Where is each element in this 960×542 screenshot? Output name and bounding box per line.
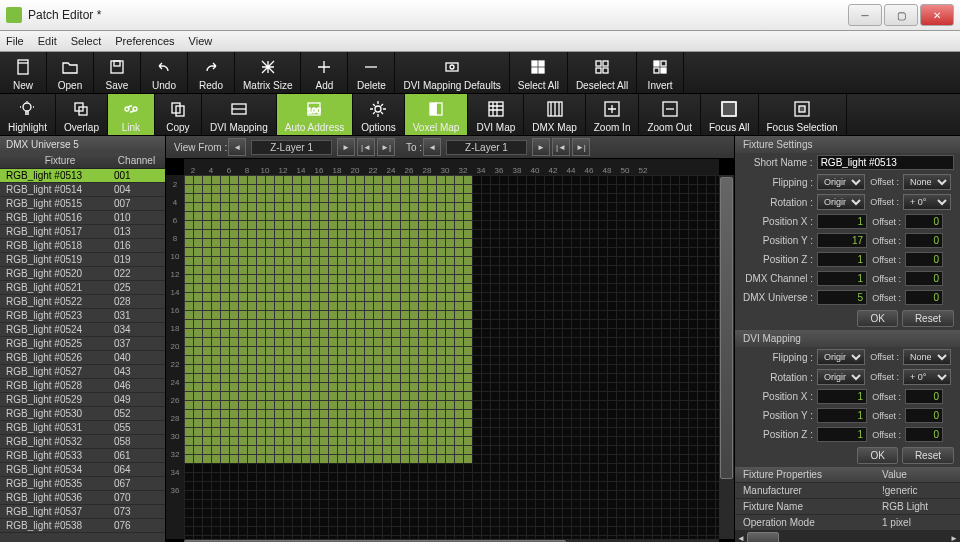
menu-preferences[interactable]: Preferences (115, 35, 174, 47)
fs-reset-button[interactable]: Reset (902, 310, 954, 327)
maximize-button[interactable]: ▢ (884, 4, 918, 26)
fs-posz-input[interactable] (817, 252, 867, 267)
toolbar-dmx-map[interactable]: DMX Map (524, 94, 585, 135)
fs-rotation-offset[interactable]: + 0° (903, 194, 951, 210)
fixture-row[interactable]: RGB_light #0532058 (0, 435, 165, 449)
toolbar-new[interactable]: New (0, 52, 47, 93)
fs-ok-button[interactable]: OK (857, 310, 897, 327)
fixture-row[interactable]: RGB_light #0533061 (0, 449, 165, 463)
fixture-row[interactable]: RGB_light #0524034 (0, 323, 165, 337)
dvi-reset-button[interactable]: Reset (902, 447, 954, 464)
fixture-row[interactable]: RGB_light #0534064 (0, 463, 165, 477)
fixture-row[interactable]: RGB_light #0518016 (0, 239, 165, 253)
toolbar-voxel-map[interactable]: Voxel Map (405, 94, 469, 135)
toolbar-highlight[interactable]: Highlight (0, 94, 56, 135)
dvi-posy-input[interactable] (817, 408, 867, 423)
fs-posy-offset[interactable] (905, 233, 943, 248)
dvi-posz-offset[interactable] (905, 427, 943, 442)
layer-to-first[interactable]: |◄ (552, 138, 570, 156)
menu-edit[interactable]: Edit (38, 35, 57, 47)
fixture-row[interactable]: RGB_light #0529049 (0, 393, 165, 407)
fixture-row[interactable]: RGB_light #0528046 (0, 379, 165, 393)
layer-to-prev[interactable]: ◄ (423, 138, 441, 156)
fixture-row[interactable]: RGB_light #0525037 (0, 337, 165, 351)
fixture-row[interactable]: RGB_light #0514004 (0, 183, 165, 197)
layer-from-first[interactable]: |◄ (357, 138, 375, 156)
toolbar-focus-selection[interactable]: Focus Selection (759, 94, 847, 135)
menu-file[interactable]: File (6, 35, 24, 47)
toolbar-invert[interactable]: Invert (637, 52, 684, 93)
menu-view[interactable]: View (189, 35, 213, 47)
fs-flipping-input[interactable]: Original (817, 174, 865, 190)
fixture-row[interactable]: RGB_light #0522028 (0, 295, 165, 309)
dvi-flipping-input[interactable]: Original (817, 349, 865, 365)
fixture-row[interactable]: RGB_light #0521025 (0, 281, 165, 295)
toolbar-save[interactable]: Save (94, 52, 141, 93)
toolbar-focus-all[interactable]: Focus All (701, 94, 759, 135)
toolbar-auto-address[interactable]: 100Auto Address (277, 94, 353, 135)
toolbar-select-all[interactable]: Select All (510, 52, 568, 93)
fixture-row[interactable]: RGB_light #0538076 (0, 519, 165, 533)
dvi-rotation-offset[interactable]: + 0° (903, 369, 951, 385)
toolbar-options[interactable]: Options (353, 94, 404, 135)
fixture-row[interactable]: RGB_light #0516010 (0, 211, 165, 225)
fs-posz-offset[interactable] (905, 252, 943, 267)
fs-flipping-offset[interactable]: None (903, 174, 951, 190)
dvi-posz-input[interactable] (817, 427, 867, 442)
close-button[interactable]: ✕ (920, 4, 954, 26)
toolbar-redo[interactable]: Redo (188, 52, 235, 93)
fixture-row[interactable]: RGB_light #0517013 (0, 225, 165, 239)
toolbar-dvi-mapping-defaults[interactable]: DVI Mapping Defaults (395, 52, 509, 93)
fs-dmxu-offset[interactable] (905, 290, 943, 305)
universe-header[interactable]: DMX Universe 5 (0, 136, 165, 153)
toolbar-open[interactable]: Open (47, 52, 94, 93)
toolbar-overlap[interactable]: Overlap (56, 94, 108, 135)
dvi-ok-button[interactable]: OK (857, 447, 897, 464)
toolbar-add[interactable]: Add (301, 52, 348, 93)
layer-to-next[interactable]: ► (532, 138, 550, 156)
fixture-row[interactable]: RGB_light #0537073 (0, 505, 165, 519)
fixture-row[interactable]: RGB_light #0523031 (0, 309, 165, 323)
fixture-block[interactable] (184, 175, 472, 463)
scrollbar-vertical[interactable] (719, 175, 734, 539)
fs-rotation-input[interactable]: Original (817, 194, 865, 210)
dvi-posy-offset[interactable] (905, 408, 943, 423)
fixture-row[interactable]: RGB_light #0527043 (0, 365, 165, 379)
fixture-row[interactable]: RGB_light #0520022 (0, 267, 165, 281)
fixture-row[interactable]: RGB_light #0526040 (0, 351, 165, 365)
toolbar-copy[interactable]: Copy (155, 94, 202, 135)
layer-from-next[interactable]: ► (337, 138, 355, 156)
dvi-posx-input[interactable] (817, 389, 867, 404)
toolbar-dvi-map[interactable]: DVI Map (468, 94, 524, 135)
fs-posx-offset[interactable] (905, 214, 943, 229)
toolbar-zoom-in[interactable]: Zoom In (586, 94, 640, 135)
grid[interactable] (184, 175, 719, 539)
toolbar-undo[interactable]: Undo (141, 52, 188, 93)
fixture-row[interactable]: RGB_light #0519019 (0, 253, 165, 267)
toolbar-dvi-mapping[interactable]: DVI Mapping (202, 94, 277, 135)
layer-from-prev[interactable]: ◄ (228, 138, 246, 156)
fs-posy-input[interactable] (817, 233, 867, 248)
toolbar-zoom-out[interactable]: Zoom Out (639, 94, 700, 135)
layer-to-select[interactable]: Z-Layer 1 (446, 140, 527, 155)
toolbar-delete[interactable]: Delete (348, 52, 395, 93)
dvi-posx-offset[interactable] (905, 389, 943, 404)
fs-dmxu-input[interactable] (817, 290, 867, 305)
fs-posx-input[interactable] (817, 214, 867, 229)
shortname-input[interactable] (817, 155, 954, 170)
fs-dmxch-input[interactable] (817, 271, 867, 286)
fixture-row[interactable]: RGB_light #0513001 (0, 169, 165, 183)
props-scrollbar[interactable]: ◄► (735, 531, 960, 542)
fixture-row[interactable]: RGB_light #0535067 (0, 477, 165, 491)
grid-viewport[interactable]: 2468101214161820222426283032343638404244… (166, 159, 734, 542)
fixture-row[interactable]: RGB_light #0530052 (0, 407, 165, 421)
layer-from-last[interactable]: ►| (377, 138, 395, 156)
toolbar-link[interactable]: Link (108, 94, 155, 135)
toolbar-deselect-all[interactable]: Deselect All (568, 52, 637, 93)
fixture-row[interactable]: RGB_light #0531055 (0, 421, 165, 435)
fs-dmxch-offset[interactable] (905, 271, 943, 286)
dvi-flipping-offset[interactable]: None (903, 349, 951, 365)
minimize-button[interactable]: ─ (848, 4, 882, 26)
menu-select[interactable]: Select (71, 35, 102, 47)
layer-from-select[interactable]: Z-Layer 1 (251, 140, 332, 155)
